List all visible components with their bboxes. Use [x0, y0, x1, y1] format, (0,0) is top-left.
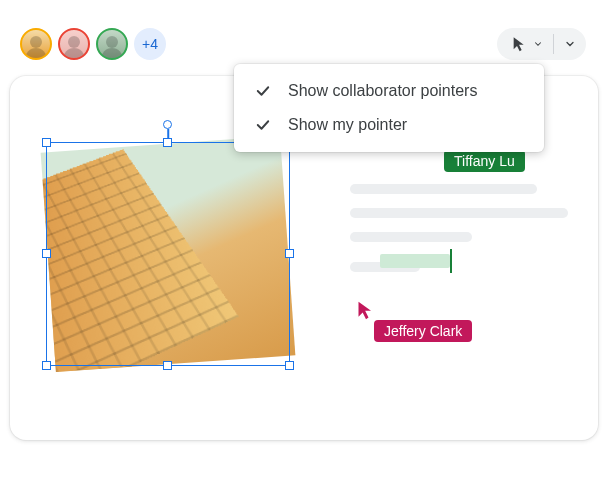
check-icon — [254, 116, 272, 134]
more-collaborators-count[interactable]: +4 — [134, 28, 166, 60]
rotate-stem — [167, 129, 169, 141]
text-selection-highlight — [380, 254, 450, 268]
collaborator-name-tag: Jeffery Clark — [374, 320, 472, 342]
dropdown-item-show-my-pointer[interactable]: Show my pointer — [234, 108, 544, 142]
avatar[interactable] — [58, 28, 90, 60]
rotate-handle[interactable] — [163, 120, 172, 129]
text-line — [350, 184, 537, 194]
collaborator-caret — [450, 249, 452, 273]
collaborator-name-tag: Tiffany Lu — [444, 150, 525, 172]
dropdown-item-show-collaborator-pointers[interactable]: Show collaborator pointers — [234, 74, 544, 108]
resize-handle[interactable] — [42, 138, 51, 147]
dropdown-item-label: Show collaborator pointers — [288, 82, 477, 100]
chevron-down-icon — [564, 38, 576, 50]
avatar[interactable] — [20, 28, 52, 60]
text-placeholder-block — [350, 184, 568, 286]
resize-handle[interactable] — [285, 361, 294, 370]
text-line — [350, 232, 472, 242]
check-icon — [254, 82, 272, 100]
collaborator-avatars: +4 — [20, 28, 166, 60]
pointer-dropdown-button[interactable] — [497, 28, 586, 60]
image-content — [41, 136, 296, 372]
resize-handle[interactable] — [42, 361, 51, 370]
dropdown-item-label: Show my pointer — [288, 116, 407, 134]
collaborator-pointer-icon — [356, 300, 376, 324]
pointer-options-dropdown: Show collaborator pointers Show my point… — [234, 64, 544, 152]
avatar[interactable] — [96, 28, 128, 60]
selected-image[interactable] — [48, 144, 288, 364]
collaborator-cursor-line — [380, 256, 452, 266]
chevron-down-icon — [533, 39, 543, 49]
divider — [553, 34, 554, 54]
text-line — [350, 208, 568, 218]
pointer-icon — [511, 36, 527, 52]
